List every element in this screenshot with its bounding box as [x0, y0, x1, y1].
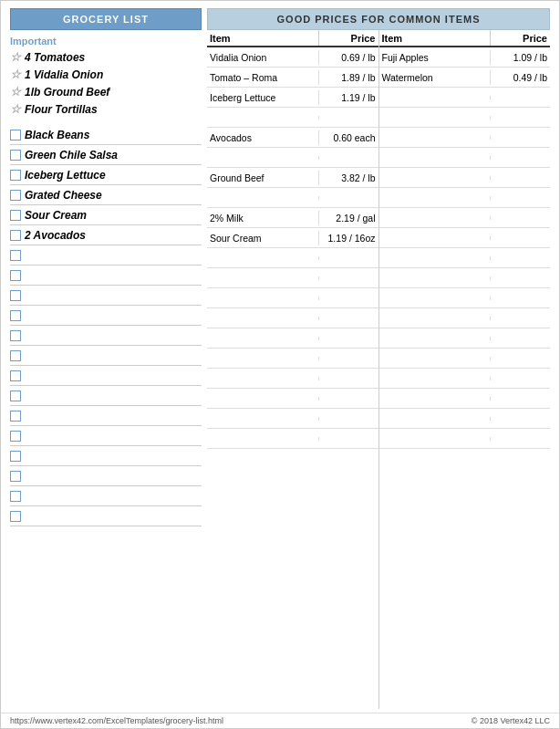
checkbox-5[interactable]	[10, 230, 21, 241]
checkbox-item-18[interactable]	[10, 486, 202, 506]
checkbox-6[interactable]	[10, 250, 21, 261]
checkbox-item-19[interactable]	[10, 506, 202, 526]
checkbox-item-14[interactable]	[10, 406, 202, 426]
checkbox-item-0[interactable]: Black Beans	[10, 125, 202, 145]
prices-left-rows: Vidalia Onion0.69 / lbTomato – Roma1.89 …	[207, 47, 379, 449]
price-left-row-11	[207, 268, 379, 288]
checkbox-item-12[interactable]	[10, 366, 202, 386]
checkbox-15[interactable]	[10, 431, 21, 442]
checkbox-item-6[interactable]	[10, 245, 202, 266]
checkbox-item-15[interactable]	[10, 426, 202, 446]
checkbox-item-3[interactable]: Grated Cheese	[10, 185, 202, 205]
checkbox-item-9[interactable]	[10, 306, 202, 326]
checkbox-1[interactable]	[10, 150, 21, 161]
checkbox-label-5: 2 Avocados	[25, 229, 86, 242]
price-right-item-16	[379, 377, 492, 380]
prices-left-item-header: Item	[207, 30, 319, 46]
checkbox-item-8[interactable]	[10, 286, 202, 306]
price-left-price-6: 3.82 / lb	[319, 171, 379, 185]
checkbox-label-4: Sour Cream	[25, 209, 87, 222]
price-right-price-9	[491, 236, 550, 240]
checkbox-label-3: Grated Cheese	[25, 189, 102, 202]
price-left-price-5	[319, 156, 379, 160]
price-left-item-8: 2% Milk	[207, 211, 319, 225]
checkbox-14[interactable]	[10, 411, 21, 422]
price-right-row-0: Fuji Apples1.09 / lb	[379, 47, 551, 68]
price-left-item-10	[207, 256, 319, 260]
price-right-row-17	[379, 389, 551, 409]
checkbox-16[interactable]	[10, 451, 21, 462]
price-left-row-18	[207, 409, 379, 429]
checkbox-item-10[interactable]	[10, 326, 202, 346]
price-left-row-15	[207, 349, 379, 369]
checkbox-7[interactable]	[10, 270, 21, 281]
price-left-row-17	[207, 389, 379, 409]
price-left-row-1: Tomato – Roma1.89 / lb	[207, 68, 379, 88]
checkbox-item-17[interactable]	[10, 466, 202, 486]
price-left-price-19	[319, 437, 379, 441]
checkbox-section: Black BeansGreen Chile SalsaIceberg Lett…	[10, 125, 202, 526]
checkbox-3[interactable]	[10, 190, 21, 201]
price-right-price-1: 0.49 / lb	[491, 70, 550, 85]
prices-right-item-header: Item	[379, 30, 492, 46]
price-left-price-15	[319, 357, 379, 360]
main-content: GROCERY LIST Important ☆4 Tomatoes☆1 Vid…	[1, 1, 559, 713]
star-item-label: 1lb Ground Beef	[25, 86, 109, 99]
price-right-row-5	[379, 148, 551, 168]
price-left-row-7	[207, 188, 379, 208]
checkbox-10[interactable]	[10, 330, 21, 341]
checkbox-0[interactable]	[10, 130, 21, 141]
checkbox-12[interactable]	[10, 370, 21, 381]
price-left-item-1: Tomato – Roma	[207, 70, 319, 85]
price-left-price-9: 1.19 / 16oz	[319, 231, 379, 245]
prices-table-left: Item Price Vidalia Onion0.69 / lbTomato …	[207, 30, 379, 709]
price-right-price-2	[491, 96, 550, 99]
page: GROCERY LIST Important ☆4 Tomatoes☆1 Vid…	[0, 0, 560, 729]
price-right-price-11	[491, 276, 550, 280]
checkbox-item-13[interactable]	[10, 386, 202, 406]
checkbox-11[interactable]	[10, 350, 21, 361]
checkbox-item-1[interactable]: Green Chile Salsa	[10, 145, 202, 165]
star-items-list: ☆4 Tomatoes☆1 Vidalia Onion☆1lb Ground B…	[10, 48, 202, 118]
price-left-item-15	[207, 357, 319, 360]
price-left-price-17	[319, 397, 379, 401]
checkbox-item-11[interactable]	[10, 346, 202, 366]
prices-right-price-header: Price	[491, 30, 550, 46]
price-right-item-15	[379, 357, 492, 360]
price-left-price-11	[319, 276, 379, 280]
checkbox-item-2[interactable]: Iceberg Lettuce	[10, 165, 202, 185]
price-left-price-8: 2.19 / gal	[319, 211, 379, 225]
prices-left-price-header: Price	[319, 30, 379, 46]
star-item-0: ☆4 Tomatoes	[10, 48, 202, 66]
checkbox-19[interactable]	[10, 511, 21, 522]
checkbox-8[interactable]	[10, 290, 21, 301]
price-right-item-5	[379, 156, 492, 160]
checkbox-item-7[interactable]	[10, 266, 202, 286]
checkbox-4[interactable]	[10, 210, 21, 221]
price-left-price-0: 0.69 / lb	[319, 50, 379, 65]
checkbox-18[interactable]	[10, 491, 21, 502]
price-left-row-13	[207, 308, 379, 328]
prices-left-header: Item Price	[207, 30, 379, 47]
checkbox-item-16[interactable]	[10, 446, 202, 466]
checkbox-9[interactable]	[10, 310, 21, 321]
grocery-title: GROCERY LIST	[63, 14, 149, 25]
prices-table-right: Item Price Fuji Apples1.09 / lbWatermelo…	[379, 30, 551, 709]
star-item-3: ☆Flour Tortillas	[10, 100, 202, 118]
important-label: Important	[10, 36, 202, 47]
checkbox-2[interactable]	[10, 170, 21, 181]
price-right-row-14	[379, 328, 551, 349]
price-left-price-2: 1.19 / lb	[319, 90, 379, 105]
price-left-price-12	[319, 297, 379, 300]
price-right-price-0: 1.09 / lb	[491, 50, 550, 65]
prices-tables: Item Price Vidalia Onion0.69 / lbTomato …	[207, 30, 550, 709]
checkbox-13[interactable]	[10, 391, 21, 401]
checkbox-item-4[interactable]: Sour Cream	[10, 205, 202, 225]
price-right-row-18	[379, 409, 551, 429]
price-left-item-2: Iceberg Lettuce	[207, 90, 319, 105]
price-left-item-0: Vidalia Onion	[207, 50, 319, 65]
price-right-price-18	[491, 417, 550, 421]
checkbox-item-5[interactable]: 2 Avocados	[10, 225, 202, 245]
grocery-list-header: GROCERY LIST	[10, 8, 202, 30]
checkbox-17[interactable]	[10, 471, 21, 482]
